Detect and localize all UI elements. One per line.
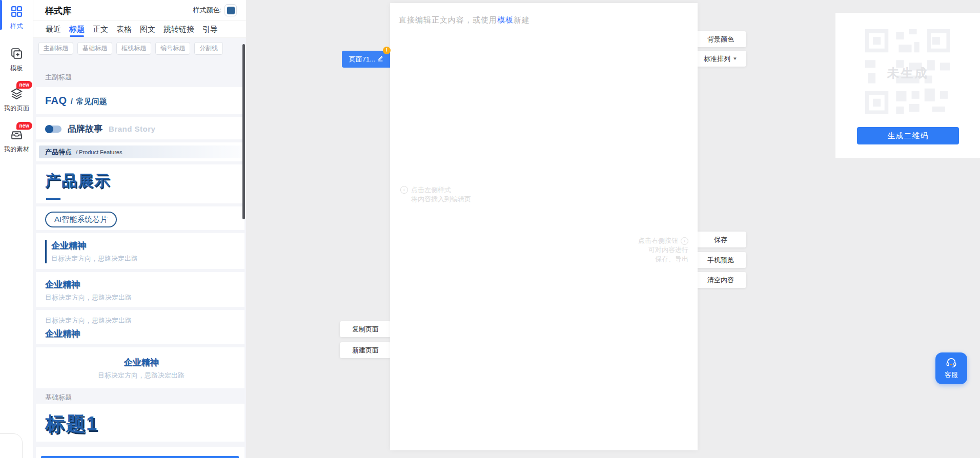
placeholder-prefix: 直接编辑正文内容，或使用 (399, 15, 497, 24)
sidebar-item-styles[interactable]: 样式 (0, 5, 33, 31)
style-card-spirit-plain[interactable]: 企业精神 目标决定方向，思路决定出路 (36, 272, 244, 307)
edit-pencil-icon[interactable] (377, 55, 383, 63)
style-color-control: 样式颜色: (193, 4, 237, 16)
hint-right-line3: 保存、导出 (655, 255, 688, 263)
spirit-title: 企业精神 (45, 357, 237, 368)
hint-left-line2: 将内容插入到编辑页 (411, 195, 471, 203)
qr-not-generated-label: 未生成 (865, 65, 950, 81)
style-card-product-showcase[interactable]: 产品展示 (36, 164, 244, 203)
hint-left-styles: ‹ 点击左侧样式 将内容插入到编辑页 (400, 185, 471, 204)
faq-separator: / (71, 97, 73, 106)
material-box-icon (10, 128, 23, 143)
brand-dot-icon (45, 126, 62, 133)
tab-table[interactable]: 表格 (116, 21, 132, 37)
tab-image-text[interactable]: 图文 (139, 21, 156, 37)
sidebar-item-my-pages[interactable]: new 我的页面 (0, 87, 33, 113)
headset-icon (946, 358, 957, 369)
circle-arrow-right-icon: › (681, 237, 688, 245)
page-tab-alert-badge: ! (383, 47, 391, 54)
chip-main-sub-heading[interactable]: 主副标题 (38, 42, 73, 55)
spirit-subtitle: 目标决定方向，思路决定出路 (45, 316, 237, 325)
hint-right-line2: 可对内容进行 (648, 246, 688, 254)
circle-arrow-left-icon: ‹ (400, 186, 408, 194)
phone-preview-button[interactable]: 手机预览 (695, 252, 746, 268)
tab-body-text[interactable]: 正文 (92, 21, 109, 37)
new-badge: new (16, 122, 32, 130)
spirit-title: 企业精神 (45, 279, 237, 290)
style-list: 主副标题 基础标题 框线标题 编号标题 分割线 主副标题 FAQ / 常见问题 (33, 38, 246, 458)
new-badge: new (16, 81, 32, 89)
panel-scrollbar-thumb[interactable] (242, 44, 245, 219)
sidebar-item-templates[interactable]: 模板 (0, 47, 33, 73)
tab-jump-link[interactable]: 跳转链接 (163, 21, 195, 37)
panel-title: 样式库 (45, 5, 71, 17)
sidebar-item-label: 样式 (10, 22, 23, 31)
editor-canvas[interactable]: 直接编辑正文内容，或使用模板新建 ‹ 点击左侧样式 将内容插入到编辑页 点击右侧… (390, 3, 698, 450)
spirit-title: 企业精神 (45, 328, 237, 340)
style-panel-header: 样式库 样式颜色: (33, 0, 246, 20)
tab-guide[interactable]: 引导 (202, 21, 218, 37)
brand-title: 品牌故事 (68, 123, 103, 135)
style-tabs: 最近 标题 正文 表格 图文 跳转链接 引导 (45, 20, 218, 37)
arrange-label: 标准排列 (704, 54, 730, 64)
generate-qr-button[interactable]: 生成二维码 (857, 127, 959, 144)
sidebar-item-label: 我的页面 (4, 104, 30, 113)
layers-icon (10, 87, 23, 102)
copy-page-button[interactable]: 复制页面 (340, 321, 391, 337)
faq-subtitle: 常见问题 (76, 97, 107, 107)
sidebar-item-label: 模板 (10, 64, 23, 73)
customer-support-button[interactable]: 客服 (935, 352, 967, 384)
style-color-swatch[interactable] (224, 4, 237, 16)
style-card-spirit-centered[interactable]: 企业精神 目标决定方向，思路决定出路 (36, 347, 244, 388)
outline-pill-label: AI智能系统芯片 (45, 212, 117, 227)
tab-heading[interactable]: 标题 (69, 21, 85, 37)
spirit-subtitle: 目标决定方向，思路决定出路 (45, 293, 237, 302)
hint-left-line1: 点击左侧样式 (411, 186, 451, 194)
copy-page-label: 复制页面 (352, 325, 379, 334)
icon-rail: 样式 模板 new 我的页面 new (0, 0, 33, 458)
partial-blue-bar (41, 456, 239, 458)
style-card-outline-pill[interactable]: AI智能系统芯片 (36, 206, 244, 230)
corner-widget-blob[interactable] (0, 433, 23, 458)
style-card-product-features[interactable]: 产品特点 / Product Features (36, 142, 244, 161)
chip-box-heading[interactable]: 框线标题 (116, 42, 151, 55)
tab-recent[interactable]: 最近 (45, 21, 62, 37)
chip-numbered-heading[interactable]: 编号标题 (155, 42, 190, 55)
faq-title: FAQ (45, 95, 67, 107)
style-color-label: 样式颜色: (193, 6, 221, 15)
style-card-faq[interactable]: FAQ / 常见问题 (36, 87, 244, 114)
clear-content-button[interactable]: 清空内容 (695, 272, 746, 288)
section-label-basic: 基础标题 (45, 393, 72, 402)
feature-title: 产品特点 (45, 148, 72, 157)
phone-preview-label: 手机预览 (707, 256, 734, 265)
arrange-dropdown[interactable]: 标准排列 ▼ (695, 51, 746, 67)
style-card-brand-story[interactable]: 品牌故事 Brand Story (36, 117, 244, 139)
sidebar-item-my-materials[interactable]: new 我的素材 (0, 128, 33, 154)
style-library-panel: 样式库 样式颜色: 最近 标题 正文 表格 图文 跳转链接 引导 主副标题 基础… (33, 0, 246, 458)
save-button[interactable]: 保存 (695, 232, 746, 247)
support-label: 客服 (945, 370, 958, 380)
background-color-label: 背景颜色 (707, 35, 734, 44)
background-color-button[interactable]: 背景颜色 (695, 31, 746, 47)
section-label-main-sub: 主副标题 (45, 73, 72, 82)
sidebar-item-label: 我的素材 (4, 145, 30, 154)
style-card-spirit-bar[interactable]: 企业精神 目标决定方向，思路决定出路 (36, 233, 244, 269)
save-label: 保存 (714, 235, 727, 244)
page-tab[interactable]: 页面71... (342, 51, 391, 68)
template-link[interactable]: 模板 (497, 15, 514, 24)
page-tab-label: 页面71... (349, 55, 375, 64)
placeholder-suffix: 新建 (514, 15, 530, 24)
brand-subtitle-en: Brand Story (109, 124, 155, 133)
new-page-button[interactable]: 新建页面 (340, 342, 391, 358)
style-card-spirit-reversed[interactable]: 目标决定方向，思路决定出路 企业精神 (36, 310, 244, 344)
chip-basic-heading[interactable]: 基础标题 (77, 42, 112, 55)
style-card-heading1[interactable]: 标题1 (36, 404, 244, 442)
app-root: 样式 模板 new 我的页面 new (0, 0, 980, 458)
feature-subtitle-en: / Product Features (76, 149, 122, 155)
template-icon (10, 47, 23, 62)
chevron-down-icon: ▼ (732, 56, 738, 61)
chip-divider[interactable]: 分割线 (194, 42, 223, 55)
showcase-dash (46, 198, 60, 200)
style-card-partial[interactable] (36, 447, 244, 458)
qr-panel: 未生成 生成二维码 (835, 13, 980, 158)
